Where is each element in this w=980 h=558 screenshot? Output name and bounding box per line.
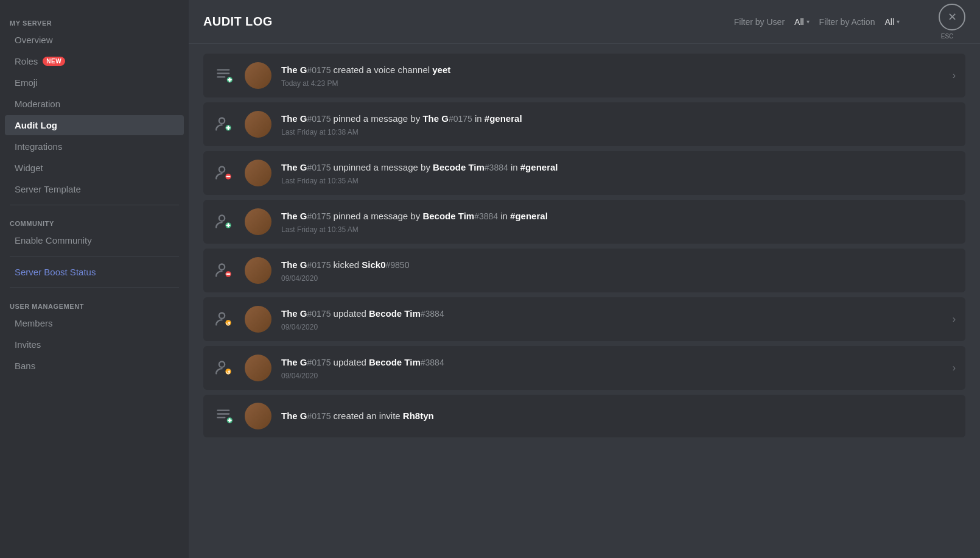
actor-username: The G	[281, 162, 307, 172]
sidebar-item-overview[interactable]: Overview	[5, 30, 184, 50]
log-content-5: The G#0175 kicked Sick0#9850 09/04/2020	[281, 258, 956, 283]
new-badge: NEW	[43, 57, 65, 66]
log-entry-8[interactable]: The G#0175 created an invite Rh8tyn	[203, 395, 965, 437]
sidebar-item-integrations[interactable]: Integrations	[5, 136, 184, 157]
log-icon-member-update-2: ↺	[213, 357, 235, 379]
sidebar-item-label: Bans	[15, 361, 35, 371]
log-icon-member-add	[213, 113, 235, 135]
log-action-text: created an invite	[331, 411, 402, 421]
chevron-down-icon-2: ▾	[897, 18, 900, 25]
sidebar-item-label: Members	[15, 318, 53, 328]
sidebar-item-label: Moderation	[15, 99, 60, 109]
svg-rect-2	[217, 76, 225, 77]
target-name: Becode Tim	[369, 357, 421, 367]
sidebar-item-members[interactable]: Members	[5, 313, 184, 333]
svg-rect-0	[217, 69, 229, 71]
sidebar-item-label: Enable Community	[15, 235, 92, 245]
svg-rect-5	[228, 79, 232, 80]
log-action-text: created a voice channel	[331, 65, 432, 75]
log-entry-6[interactable]: ↺ The G#0175 updated Becode Tim#3884 09/…	[203, 297, 965, 341]
log-entry-5[interactable]: The G#0175 kicked Sick0#9850 09/04/2020	[203, 249, 965, 292]
target-name: The G	[422, 113, 449, 124]
target-discriminator: #3884	[485, 163, 508, 172]
filter-user-select[interactable]: All ▾	[789, 15, 814, 29]
sidebar-item-label: Server Template	[15, 184, 81, 194]
avatar-4	[245, 208, 271, 235]
log-text-3: The G#0175 unpinned a message by Becode …	[281, 161, 956, 174]
svg-text:↺: ↺	[226, 370, 231, 376]
log-text-2: The G#0175 pinned a message by The G#017…	[281, 112, 956, 125]
log-entry-1[interactable]: The G#0175 created a voice channel yeet …	[203, 54, 965, 97]
log-timestamp-4: Last Friday at 10:35 AM	[281, 225, 956, 234]
log-entry-4[interactable]: The G#0175 pinned a message by Becode Ti…	[203, 200, 965, 244]
log-icon-member-add-2	[213, 211, 235, 233]
sidebar-item-label: Audit Log	[15, 120, 57, 130]
server-section-label: MY SERVER	[0, 10, 189, 29]
avatar-6	[245, 306, 271, 333]
log-entry-7[interactable]: ↺ The G#0175 updated Becode Tim#3884 09/…	[203, 346, 965, 390]
sidebar-item-roles[interactable]: Roles NEW	[5, 51, 184, 71]
log-content-8: The G#0175 created an invite Rh8tyn	[281, 409, 956, 423]
target-name: yeet	[432, 65, 450, 75]
log-text-7: The G#0175 updated Becode Tim#3884	[281, 356, 943, 369]
svg-rect-26	[217, 410, 229, 411]
log-text-8: The G#0175 created an invite Rh8tyn	[281, 409, 956, 423]
log-entry-3[interactable]: The G#0175 unpinned a message by Becode …	[203, 151, 965, 195]
svg-text:↺: ↺	[226, 321, 231, 327]
actor-discriminator: #0175	[307, 358, 331, 367]
filter-user-value: All	[794, 17, 804, 27]
sidebar-item-widget[interactable]: Widget	[5, 158, 184, 178]
target-name: Becode Tim	[433, 162, 485, 172]
actor-discriminator: #0175	[307, 65, 331, 75]
log-action-text: unpinned a message by	[331, 162, 433, 172]
filter-action-value: All	[884, 17, 894, 27]
log-timestamp-1: Today at 4:23 PM	[281, 79, 943, 88]
log-in-text: in	[498, 211, 510, 221]
actor-username: The G	[281, 65, 307, 75]
svg-point-10	[219, 167, 225, 172]
filter-action-select[interactable]: All ▾	[880, 15, 905, 29]
filter-group: Filter by User All ▾ Filter by Action Al…	[734, 15, 905, 29]
log-icon-member-kick	[213, 260, 235, 281]
sidebar-item-emoji[interactable]: Emoji	[5, 72, 184, 93]
close-icon: ✕	[948, 12, 957, 23]
actor-discriminator: #0175	[307, 211, 331, 221]
log-entry-2[interactable]: The G#0175 pinned a message by The G#017…	[203, 102, 965, 146]
divider-3	[10, 288, 179, 288]
log-text-4: The G#0175 pinned a message by Becode Ti…	[281, 210, 956, 223]
close-container: ✕ ESC	[929, 4, 965, 40]
sidebar-item-moderation[interactable]: Moderation	[5, 94, 184, 114]
log-content-2: The G#0175 pinned a message by The G#017…	[281, 112, 956, 136]
actor-discriminator: #0175	[307, 309, 331, 319]
channel-name: #general	[485, 113, 522, 124]
log-action-text: updated	[331, 357, 369, 367]
sidebar-item-audit-log[interactable]: Audit Log	[5, 115, 184, 135]
svg-rect-19	[226, 274, 231, 275]
log-content-4: The G#0175 pinned a message by Becode Ti…	[281, 210, 956, 234]
sidebar-item-invites[interactable]: Invites	[5, 334, 184, 355]
log-icon-channel-add	[213, 65, 235, 87]
target-name: Becode Tim	[369, 308, 421, 319]
sidebar-item-server-boost-status[interactable]: Server Boost Status	[5, 262, 184, 282]
target-name: Becode Tim	[422, 211, 474, 221]
log-timestamp-7: 09/04/2020	[281, 372, 943, 380]
avatar-7	[245, 355, 271, 381]
divider-1	[10, 205, 179, 205]
sidebar-item-bans[interactable]: Bans	[5, 356, 184, 376]
sidebar-item-server-template[interactable]: Server Template	[5, 179, 184, 199]
channel-name: #general	[520, 162, 558, 172]
header: AUDIT LOG Filter by User All ▾ Filter by…	[189, 0, 980, 44]
log-action-text: pinned a message by	[331, 211, 422, 221]
sidebar-item-enable-community[interactable]: Enable Community	[5, 230, 184, 250]
log-icon-member-remove	[213, 162, 235, 184]
esc-label: ESC	[941, 33, 954, 40]
actor-discriminator: #0175	[307, 163, 331, 172]
user-management-section-label: USER MANAGEMENT	[0, 293, 189, 313]
target-discriminator: #9850	[386, 260, 410, 270]
actor-discriminator: #0175	[307, 411, 331, 421]
svg-rect-1	[217, 72, 229, 74]
sidebar-item-label: Server Boost Status	[15, 267, 96, 277]
log-action-text: kicked	[331, 260, 362, 270]
close-button[interactable]: ✕	[939, 4, 965, 30]
sidebar-item-label: Integrations	[15, 141, 62, 152]
